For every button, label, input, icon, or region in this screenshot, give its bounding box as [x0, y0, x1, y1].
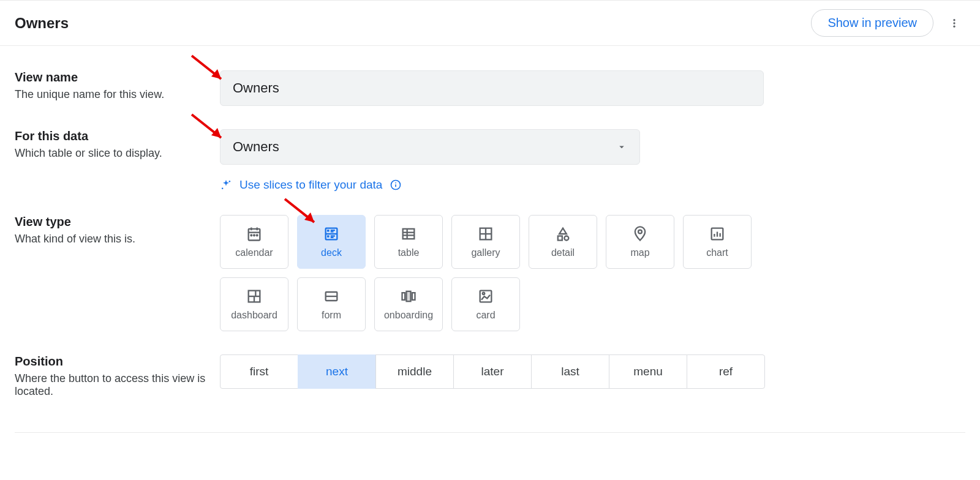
- view-name-input[interactable]: Owners: [220, 70, 764, 106]
- position-label: Position: [15, 354, 220, 369]
- svg-point-18: [251, 234, 252, 236]
- more-menu-button[interactable]: [943, 12, 965, 34]
- deck-icon: [323, 225, 340, 242]
- calendar-icon: [246, 225, 263, 242]
- map-icon: [631, 225, 649, 242]
- position-later[interactable]: later: [453, 354, 532, 389]
- view-type-label-text: gallery: [471, 247, 500, 258]
- view-type-calendar[interactable]: calendar: [220, 215, 288, 269]
- view-type-detail[interactable]: detail: [529, 215, 597, 269]
- view-type-table[interactable]: table: [374, 215, 443, 269]
- view-type-gallery[interactable]: gallery: [451, 215, 520, 269]
- for-this-data-label: For this data: [15, 129, 220, 143]
- view-name-label: View name: [15, 70, 220, 84]
- table-icon: [400, 225, 417, 242]
- use-slices-link[interactable]: Use slices to filter your data: [239, 178, 382, 192]
- view-type-label-text: map: [630, 247, 649, 258]
- view-type-label-text: calendar: [235, 247, 273, 258]
- svg-rect-29: [403, 229, 415, 239]
- position-first[interactable]: first: [220, 354, 298, 389]
- view-type-dashboard[interactable]: dashboard: [220, 277, 288, 331]
- svg-point-54: [483, 293, 485, 295]
- gallery-icon: [477, 225, 494, 242]
- info-icon[interactable]: [390, 179, 402, 191]
- view-type-label: View type: [15, 215, 220, 229]
- caret-down-icon: [616, 141, 627, 152]
- svg-rect-37: [558, 236, 562, 241]
- view-type-card[interactable]: card: [451, 277, 520, 331]
- view-type-label-text: card: [476, 310, 495, 321]
- form-icon: [323, 288, 340, 305]
- view-name-value: Owners: [233, 80, 279, 96]
- svg-point-19: [254, 234, 255, 236]
- card-icon: [477, 288, 494, 305]
- show-in-preview-button[interactable]: Show in preview: [811, 9, 933, 37]
- svg-point-20: [257, 234, 258, 236]
- svg-point-11: [396, 182, 397, 184]
- view-type-label-text: detail: [551, 247, 575, 258]
- view-type-options: calendar deck table gallery: [220, 215, 759, 331]
- position-options: first next middle later last menu ref: [220, 354, 765, 389]
- dashboard-icon: [246, 288, 263, 305]
- svg-rect-23: [327, 230, 330, 232]
- svg-point-7: [229, 181, 231, 182]
- svg-point-38: [564, 236, 568, 241]
- view-type-label-text: form: [322, 310, 341, 321]
- view-type-label-text: chart: [706, 247, 728, 258]
- svg-point-1: [953, 22, 955, 24]
- svg-point-2: [953, 25, 955, 27]
- svg-marker-36: [559, 228, 567, 234]
- more-vertical-icon: [949, 17, 960, 29]
- position-menu[interactable]: menu: [609, 354, 687, 389]
- position-desc: Where the button to access this view is …: [15, 372, 220, 398]
- page-title: Owners: [15, 15, 69, 32]
- onboarding-icon: [400, 288, 417, 305]
- view-type-label-text: deck: [321, 247, 342, 258]
- sparkle-icon: [220, 179, 232, 191]
- svg-point-39: [638, 230, 642, 234]
- view-type-form[interactable]: form: [297, 277, 366, 331]
- svg-rect-52: [412, 293, 415, 300]
- view-type-label-text: table: [398, 247, 420, 258]
- svg-rect-51: [407, 291, 411, 301]
- svg-point-0: [953, 19, 955, 21]
- view-type-map[interactable]: map: [606, 215, 674, 269]
- for-this-data-value: Owners: [233, 139, 279, 155]
- chart-icon: [709, 225, 726, 242]
- view-name-desc: The unique name for this view.: [15, 88, 220, 101]
- svg-point-8: [222, 188, 224, 190]
- view-type-label-text: onboarding: [384, 310, 433, 321]
- for-this-data-select[interactable]: Owners: [220, 129, 640, 165]
- for-this-data-desc: Which table or slice to display.: [15, 147, 220, 160]
- position-last[interactable]: last: [531, 354, 609, 389]
- position-next[interactable]: next: [298, 354, 376, 389]
- view-type-deck[interactable]: deck: [297, 215, 366, 269]
- detail-icon: [554, 225, 571, 242]
- view-type-label-text: dashboard: [231, 310, 277, 321]
- divider: [15, 432, 965, 433]
- position-ref[interactable]: ref: [687, 354, 765, 389]
- svg-rect-26: [327, 235, 330, 238]
- svg-rect-50: [402, 293, 405, 300]
- view-type-onboarding[interactable]: onboarding: [374, 277, 443, 331]
- header-bar: Owners Show in preview: [0, 0, 980, 46]
- position-middle[interactable]: middle: [375, 354, 454, 389]
- view-type-chart[interactable]: chart: [683, 215, 752, 269]
- view-type-desc: What kind of view this is.: [15, 233, 220, 246]
